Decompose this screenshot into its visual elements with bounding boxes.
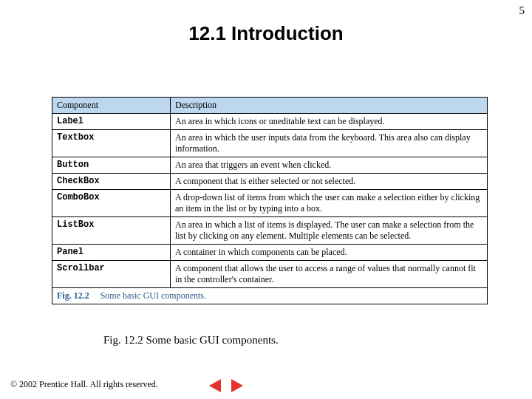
figure-label-text: Some basic GUI components. xyxy=(100,290,206,301)
table-row: Button An area that triggers an event wh… xyxy=(52,157,488,174)
copyright-footer: © 2002 Prentice Hall. All rights reserve… xyxy=(10,379,158,390)
page-title: 12.1 Introduction xyxy=(0,22,532,45)
col-header-component: Component xyxy=(52,98,171,114)
cell-component: Textbox xyxy=(52,130,171,157)
cell-description: A container in which components can be p… xyxy=(171,245,488,261)
table-row: CheckBox A component that is either sele… xyxy=(52,174,488,190)
cell-component: ComboBox xyxy=(52,190,171,217)
cell-component: Scrollbar xyxy=(52,261,171,288)
next-slide-button[interactable] xyxy=(229,378,245,393)
table-row: ComboBox A drop-down list of items from … xyxy=(52,190,488,217)
triangle-right-icon xyxy=(231,379,243,392)
cell-component: CheckBox xyxy=(52,174,171,190)
cell-description: A drop-down list of items from which the… xyxy=(171,190,488,217)
page-number: 5 xyxy=(519,4,525,17)
cell-component: ListBox xyxy=(52,217,171,245)
prev-slide-button[interactable] xyxy=(207,378,223,393)
figure-caption: Fig. 12.2 Some basic GUI components. xyxy=(103,334,532,347)
cell-description: An area in which the user inputs data fr… xyxy=(171,130,488,157)
cell-description: A component that is either selected or n… xyxy=(171,174,488,190)
table-row: ListBox An area in which a list of items… xyxy=(52,217,488,245)
cell-component: Panel xyxy=(52,245,171,261)
col-header-description: Description xyxy=(171,98,488,114)
triangle-left-icon xyxy=(209,379,221,392)
figure-label-row: Fig. 12.2 Some basic GUI components. xyxy=(52,288,488,304)
table-row: Scrollbar A component that allows the us… xyxy=(52,261,488,288)
cell-component: Button xyxy=(52,157,171,174)
slide-nav-controls xyxy=(207,378,245,393)
cell-component: Label xyxy=(52,114,171,130)
table-row: Textbox An area in which the user inputs… xyxy=(52,130,488,157)
figure-label-number: Fig. 12.2 xyxy=(57,290,89,301)
cell-description: An area in which a list of items is disp… xyxy=(171,217,488,245)
gui-components-table: Component Description Label An area in w… xyxy=(52,97,488,304)
cell-description: A component that allows the user to acce… xyxy=(171,261,488,288)
cell-description: An area that triggers an event when clic… xyxy=(171,157,488,174)
table-row: Label An area in which icons or uneditab… xyxy=(52,114,488,130)
table-row: Panel A container in which components ca… xyxy=(52,245,488,261)
figure-label-cell: Fig. 12.2 Some basic GUI components. xyxy=(52,288,488,304)
cell-description: An area in which icons or uneditable tex… xyxy=(171,114,488,130)
